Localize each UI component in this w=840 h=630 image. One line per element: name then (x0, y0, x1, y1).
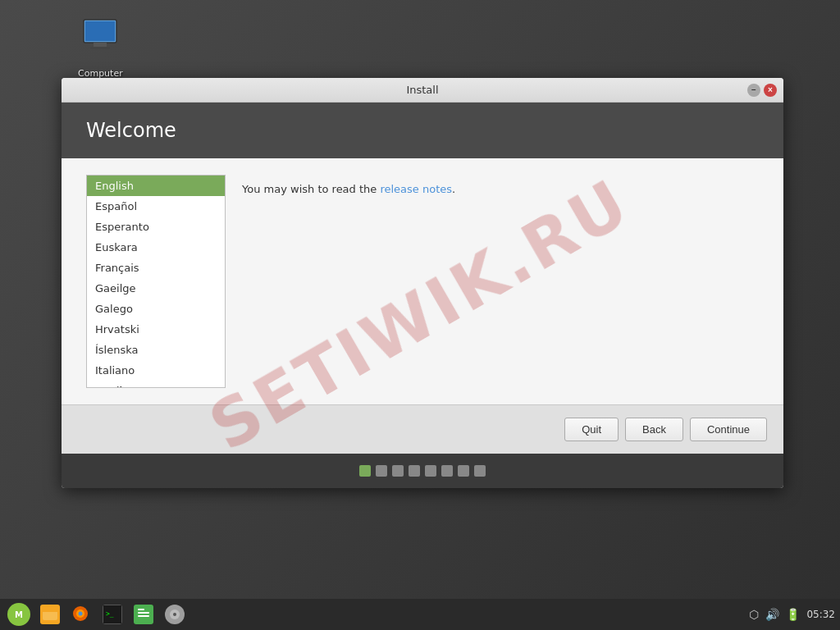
language-item-kurdi[interactable]: Kurdî (87, 381, 225, 388)
progress-dot-7 (474, 465, 486, 477)
svg-point-17 (173, 613, 176, 616)
language-item-hrvatski[interactable]: Hrvatski (87, 319, 225, 340)
window-controls: − × (747, 84, 777, 97)
battery-icon: 🔋 (786, 608, 800, 621)
system-tray: ⬡ 🔊 🔋 05:32 (749, 608, 835, 621)
progress-dot-0 (359, 465, 371, 477)
network-icon: ⬡ (749, 608, 759, 621)
release-notes-link[interactable]: release notes (380, 183, 452, 195)
language-list[interactable]: EnglishEspañolEsperantoEuskaraFrançaisGa… (86, 175, 226, 388)
svg-rect-2 (94, 43, 107, 47)
welcome-header: Welcome (62, 103, 783, 158)
install-window: Install − × Welcome EnglishEspañolEspera… (62, 78, 783, 488)
language-item-esperanto[interactable]: Esperanto (87, 217, 225, 237)
language-item-italiano[interactable]: Italiano (87, 360, 225, 381)
button-bar: Quit Back Continue (62, 404, 783, 454)
svg-rect-12 (138, 612, 149, 614)
quit-button[interactable]: Quit (564, 418, 619, 441)
progress-dot-2 (392, 465, 404, 477)
progress-dot-6 (458, 465, 469, 477)
main-body: EnglishEspañolEsperantoEuskaraFrançaisGa… (62, 158, 783, 404)
progress-dot-4 (425, 465, 436, 477)
terminal-icon: >_ (103, 605, 122, 624)
progress-dot-1 (376, 465, 387, 477)
language-item-islenska[interactable]: Íslenska (87, 340, 225, 360)
folder-icon (40, 605, 60, 624)
taskbar-folder[interactable] (36, 602, 64, 627)
language-item-espanol[interactable]: Español (87, 196, 225, 217)
taskbar-mint-menu[interactable]: M (5, 602, 33, 627)
progress-dot-5 (441, 465, 453, 477)
computer-icon[interactable]: Computer (78, 16, 123, 79)
taskbar: M (0, 599, 840, 630)
svg-rect-1 (85, 21, 115, 41)
language-item-galego[interactable]: Galego (87, 299, 225, 319)
language-item-english[interactable]: English (87, 176, 225, 196)
taskbar-terminal[interactable]: >_ (98, 602, 126, 627)
language-item-gaeilge[interactable]: Gaeilge (87, 278, 225, 299)
taskbar-files[interactable] (130, 602, 158, 627)
desktop: Computer Install − × Welcome EnglishEspa… (0, 0, 840, 630)
release-note-text-after: . (452, 183, 455, 195)
disk-icon (165, 605, 185, 624)
language-item-francais[interactable]: Français (87, 258, 225, 278)
continue-button[interactable]: Continue (690, 418, 767, 441)
welcome-title: Welcome (86, 119, 759, 142)
files-icon (134, 605, 153, 624)
window-title: Install (406, 84, 438, 96)
release-note-text-before: You may wish to read the (242, 183, 380, 195)
firefox-icon (71, 605, 91, 624)
right-content: You may wish to read the release notes. (242, 175, 759, 388)
volume-icon: 🔊 (765, 608, 779, 621)
svg-rect-11 (135, 605, 153, 623)
taskbar-firefox[interactable] (67, 602, 95, 627)
svg-rect-13 (138, 615, 149, 617)
back-button[interactable]: Back (625, 418, 683, 441)
svg-rect-3 (90, 47, 110, 49)
language-item-euskara[interactable]: Euskara (87, 237, 225, 258)
svg-point-8 (79, 612, 83, 616)
svg-rect-14 (138, 609, 144, 610)
progress-dot-3 (409, 465, 420, 477)
release-note-paragraph: You may wish to read the release notes. (242, 183, 759, 195)
taskbar-disk[interactable] (161, 602, 189, 627)
progress-dots (62, 454, 783, 488)
svg-text:M: M (15, 610, 23, 619)
close-button[interactable]: × (764, 84, 777, 97)
svg-text:>_: >_ (106, 610, 114, 618)
minimize-button[interactable]: − (747, 84, 760, 97)
mint-logo-icon: M (7, 603, 30, 626)
clock: 05:32 (806, 609, 835, 620)
title-bar: Install − × (62, 78, 783, 103)
